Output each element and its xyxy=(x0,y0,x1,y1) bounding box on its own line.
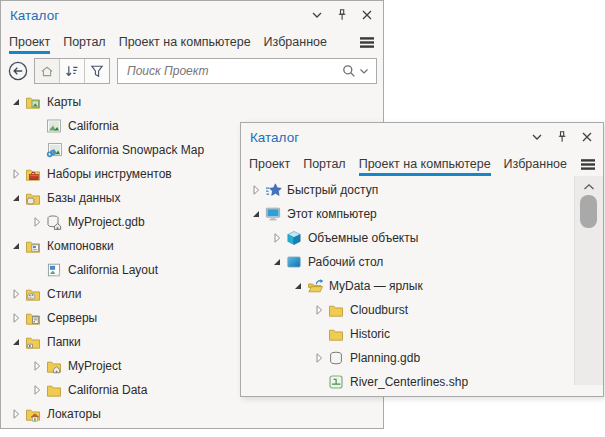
catalog-tree-computer: Быстрый доступЭтот компьютерОбъемные объ… xyxy=(241,177,573,394)
folder-styles-icon xyxy=(24,286,42,302)
tree-item-label: Planning.gdb xyxy=(350,351,420,365)
expander-spacer xyxy=(310,326,327,342)
expander-expanded-icon[interactable] xyxy=(247,206,264,222)
pin-icon[interactable] xyxy=(334,7,350,23)
expander-collapsed-icon[interactable] xyxy=(268,230,285,246)
tree-item-label: MyProject xyxy=(68,359,121,373)
tree-item-label: California Layout xyxy=(68,263,158,277)
tab-item[interactable]: Проект на компьютере xyxy=(119,29,251,55)
expander-expanded-icon[interactable] xyxy=(7,238,24,254)
pin-icon[interactable] xyxy=(554,129,570,145)
expander-collapsed-icon[interactable] xyxy=(7,406,24,422)
expander-expanded-icon[interactable] xyxy=(268,254,285,270)
tree-item-label: California Data xyxy=(68,383,147,397)
expander-collapsed-icon[interactable] xyxy=(310,302,327,318)
folder-toolbox-icon xyxy=(24,166,42,182)
expander-expanded-icon[interactable] xyxy=(7,334,24,350)
chevron-down-icon[interactable] xyxy=(529,129,545,145)
tab-selected[interactable]: Проект на компьютере xyxy=(359,151,491,177)
expander-spacer xyxy=(28,118,45,134)
tree-item-label: Папки xyxy=(47,335,81,349)
search-icon[interactable] xyxy=(341,63,357,79)
tree-item[interactable]: Локаторы xyxy=(1,402,383,426)
search-box xyxy=(117,58,377,84)
folder-database-icon xyxy=(24,190,42,206)
window-buttons xyxy=(309,7,375,23)
tree-item[interactable]: Рабочий стол xyxy=(241,250,573,274)
back-button[interactable] xyxy=(7,60,29,82)
home-button[interactable] xyxy=(35,59,60,83)
map-linked-icon xyxy=(45,142,63,158)
folder-connections-icon xyxy=(24,334,42,350)
expander-collapsed-icon[interactable] xyxy=(7,166,24,182)
tree-item[interactable]: Объемные объекты xyxy=(241,226,573,250)
tree-item[interactable]: Быстрый доступ xyxy=(241,178,573,202)
expander-expanded-icon[interactable] xyxy=(7,190,24,206)
shapefile-line-icon xyxy=(327,374,345,390)
tree-item-label: Этот компьютер xyxy=(287,207,377,221)
tree-item[interactable]: MyData — ярлык xyxy=(241,274,573,298)
folder-icon xyxy=(327,326,345,342)
tree-item[interactable]: Cloudburst xyxy=(241,298,573,322)
tree-item[interactable]: River_Centerlines.shp xyxy=(241,370,573,394)
tree-item[interactable]: Этот компьютер xyxy=(241,202,573,226)
tab-bar: ПроектПорталПроект на компьютереИзбранно… xyxy=(241,151,603,177)
expander-expanded-icon[interactable] xyxy=(289,278,306,294)
tree-item[interactable]: Planning.gdb xyxy=(241,346,573,370)
close-icon[interactable] xyxy=(359,7,375,23)
computer-icon xyxy=(264,206,282,222)
quick-access-star-icon xyxy=(264,182,282,198)
tab-item[interactable]: Проект xyxy=(249,151,290,177)
expander-collapsed-icon[interactable] xyxy=(28,214,45,230)
menu-hamburger-icon[interactable] xyxy=(580,157,596,172)
app-background: Каталог ПроектПорталПроект на компьютере… xyxy=(0,0,605,437)
expander-collapsed-icon[interactable] xyxy=(7,286,24,302)
tab-item[interactable]: Портал xyxy=(63,29,105,55)
expander-collapsed-icon[interactable] xyxy=(310,350,327,366)
tab-item[interactable]: Избранное xyxy=(504,151,567,177)
expander-spacer xyxy=(310,374,327,390)
scrollbar-thumb[interactable] xyxy=(580,195,597,228)
menu-hamburger-icon[interactable] xyxy=(359,35,375,50)
scroll-up-icon[interactable] xyxy=(575,180,603,194)
expander-collapsed-icon[interactable] xyxy=(28,358,45,374)
layout-icon xyxy=(45,262,63,278)
search-input[interactable] xyxy=(125,63,341,79)
chevron-down-icon[interactable] xyxy=(309,7,325,23)
tree-item[interactable]: Historic xyxy=(241,322,573,346)
tree-viewport: Быстрый доступЭтот компьютерОбъемные объ… xyxy=(241,177,573,395)
tab-item[interactable]: Портал xyxy=(303,151,345,177)
panel-titlebar: Каталог xyxy=(241,123,603,151)
tree-item[interactable]: Карты xyxy=(1,90,383,114)
expander-collapsed-icon[interactable] xyxy=(7,310,24,326)
tab-selected[interactable]: Проект xyxy=(9,29,50,55)
expander-collapsed-icon[interactable] xyxy=(247,182,264,198)
expander-spacer xyxy=(28,262,45,278)
folder-layout-icon xyxy=(24,238,42,254)
tree-item-label: Стили xyxy=(47,287,82,301)
folder-servers-icon xyxy=(24,310,42,326)
expander-collapsed-icon[interactable] xyxy=(28,382,45,398)
cube-3d-icon xyxy=(285,230,303,246)
search-options-chevron-icon[interactable] xyxy=(357,64,371,78)
tree-item-label: Быстрый доступ xyxy=(287,183,378,197)
tree-item-label: California Snowpack Map xyxy=(68,143,204,157)
panel-titlebar: Каталог xyxy=(1,1,383,29)
geodatabase-icon xyxy=(327,350,345,366)
catalog-panel-computer: Каталог ПроектПорталПроект на компьютере… xyxy=(240,122,604,397)
expander-spacer xyxy=(28,142,45,158)
tab-bar: ПроектПорталПроект на компьютереИзбранно… xyxy=(1,29,383,55)
tree-item-label: Базы данных xyxy=(47,191,120,205)
folder-home-icon xyxy=(45,358,63,374)
folder-icon xyxy=(45,382,63,398)
vertical-scrollbar[interactable] xyxy=(574,176,603,385)
sort-button[interactable] xyxy=(60,59,85,83)
panel-title: Каталог xyxy=(250,130,299,145)
window-buttons xyxy=(529,129,595,145)
tab-item[interactable]: Избранное xyxy=(264,29,327,55)
tree-item-label: Локаторы xyxy=(47,407,101,421)
close-icon[interactable] xyxy=(579,129,595,145)
tree-item-label: Рабочий стол xyxy=(308,255,383,269)
expander-expanded-icon[interactable] xyxy=(7,94,24,110)
filter-button[interactable] xyxy=(85,59,109,83)
